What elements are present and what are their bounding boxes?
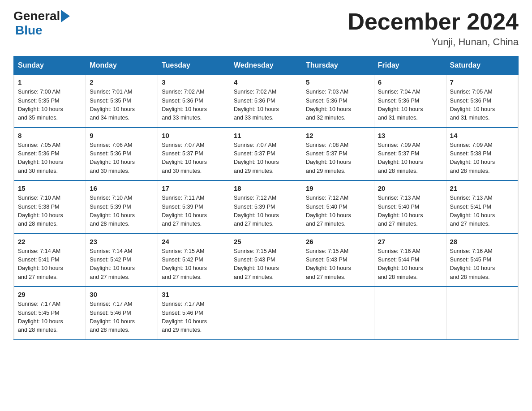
day-info: Sunrise: 7:14 AMSunset: 5:42 PMDaylight:… [90, 248, 135, 280]
title-area: December 2024 Yunji, Hunan, China [348, 9, 519, 48]
column-header-wednesday: Wednesday [230, 56, 302, 74]
calendar-cell: 25 Sunrise: 7:15 AMSunset: 5:43 PMDaylig… [230, 234, 302, 287]
calendar-cell: 27 Sunrise: 7:16 AMSunset: 5:44 PMDaylig… [374, 234, 446, 287]
day-info: Sunrise: 7:11 AMSunset: 5:39 PMDaylight:… [162, 195, 207, 227]
day-number: 14 [450, 132, 514, 139]
logo-general-text: General [13, 9, 60, 23]
day-info: Sunrise: 7:12 AMSunset: 5:40 PMDaylight:… [306, 195, 351, 227]
day-info: Sunrise: 7:17 AMSunset: 5:46 PMDaylight:… [162, 301, 207, 333]
column-header-friday: Friday [374, 56, 446, 74]
day-info: Sunrise: 7:06 AMSunset: 5:36 PMDaylight:… [90, 142, 135, 174]
day-info: Sunrise: 7:09 AMSunset: 5:37 PMDaylight:… [378, 142, 423, 174]
day-number: 11 [234, 132, 298, 139]
day-number: 7 [450, 78, 514, 86]
day-info: Sunrise: 7:09 AMSunset: 5:38 PMDaylight:… [450, 142, 495, 174]
calendar-cell: 29 Sunrise: 7:17 AMSunset: 5:45 PMDaylig… [14, 287, 86, 340]
day-info: Sunrise: 7:05 AMSunset: 5:36 PMDaylight:… [18, 142, 63, 174]
logo-arrow-icon [61, 10, 70, 22]
day-info: Sunrise: 7:16 AMSunset: 5:45 PMDaylight:… [450, 248, 495, 280]
calendar-cell: 14 Sunrise: 7:09 AMSunset: 5:38 PMDaylig… [446, 128, 518, 181]
calendar-cell: 31 Sunrise: 7:17 AMSunset: 5:46 PMDaylig… [158, 287, 230, 340]
day-number: 5 [306, 78, 370, 86]
calendar-cell: 26 Sunrise: 7:15 AMSunset: 5:43 PMDaylig… [302, 234, 374, 287]
calendar-cell: 16 Sunrise: 7:10 AMSunset: 5:39 PMDaylig… [86, 180, 158, 234]
day-number: 20 [378, 184, 442, 192]
calendar-cell: 9 Sunrise: 7:06 AMSunset: 5:36 PMDayligh… [86, 128, 158, 181]
day-info: Sunrise: 7:14 AMSunset: 5:41 PMDaylight:… [18, 248, 63, 280]
day-info: Sunrise: 7:07 AMSunset: 5:37 PMDaylight:… [234, 142, 279, 174]
day-number: 8 [18, 132, 82, 139]
column-header-thursday: Thursday [302, 56, 374, 74]
calendar-cell: 11 Sunrise: 7:07 AMSunset: 5:37 PMDaylig… [230, 128, 302, 181]
day-number: 24 [162, 238, 226, 245]
day-info: Sunrise: 7:02 AMSunset: 5:36 PMDaylight:… [234, 89, 279, 121]
calendar-week-4: 22 Sunrise: 7:14 AMSunset: 5:41 PMDaylig… [14, 234, 518, 287]
day-info: Sunrise: 7:05 AMSunset: 5:36 PMDaylight:… [450, 89, 495, 121]
calendar-cell [302, 287, 374, 340]
day-info: Sunrise: 7:02 AMSunset: 5:36 PMDaylight:… [162, 89, 207, 121]
day-info: Sunrise: 7:10 AMSunset: 5:38 PMDaylight:… [18, 195, 63, 227]
logo: General Blue [13, 9, 71, 38]
day-info: Sunrise: 7:16 AMSunset: 5:44 PMDaylight:… [378, 248, 423, 280]
day-number: 12 [306, 132, 370, 139]
day-info: Sunrise: 7:15 AMSunset: 5:43 PMDaylight:… [234, 248, 279, 280]
day-number: 9 [90, 132, 154, 139]
calendar-cell: 18 Sunrise: 7:12 AMSunset: 5:39 PMDaylig… [230, 180, 302, 234]
day-info: Sunrise: 7:17 AMSunset: 5:45 PMDaylight:… [18, 301, 63, 333]
calendar-cell [446, 287, 518, 340]
calendar-cell: 17 Sunrise: 7:11 AMSunset: 5:39 PMDaylig… [158, 180, 230, 234]
day-number: 18 [234, 184, 298, 192]
day-number: 22 [18, 238, 82, 245]
calendar-header: SundayMondayTuesdayWednesdayThursdayFrid… [14, 56, 518, 74]
day-info: Sunrise: 7:15 AMSunset: 5:42 PMDaylight:… [162, 248, 207, 280]
calendar-cell [230, 287, 302, 340]
calendar-cell: 12 Sunrise: 7:08 AMSunset: 5:37 PMDaylig… [302, 128, 374, 181]
day-number: 4 [234, 78, 298, 86]
day-info: Sunrise: 7:08 AMSunset: 5:37 PMDaylight:… [306, 142, 351, 174]
calendar-week-1: 1 Sunrise: 7:00 AMSunset: 5:35 PMDayligh… [14, 74, 518, 128]
day-number: 27 [378, 238, 442, 245]
calendar-week-5: 29 Sunrise: 7:17 AMSunset: 5:45 PMDaylig… [14, 287, 518, 340]
calendar-cell: 3 Sunrise: 7:02 AMSunset: 5:36 PMDayligh… [158, 74, 230, 128]
day-number: 16 [90, 184, 154, 192]
day-info: Sunrise: 7:07 AMSunset: 5:37 PMDaylight:… [162, 142, 207, 174]
day-number: 1 [18, 78, 82, 86]
day-number: 29 [18, 291, 82, 298]
day-number: 10 [162, 132, 226, 139]
logo-blue-text: Blue [15, 23, 43, 37]
day-number: 23 [90, 238, 154, 245]
day-number: 13 [378, 132, 442, 139]
header-row: SundayMondayTuesdayWednesdayThursdayFrid… [14, 56, 518, 74]
calendar-cell: 20 Sunrise: 7:13 AMSunset: 5:40 PMDaylig… [374, 180, 446, 234]
column-header-monday: Monday [86, 56, 158, 74]
calendar-cell: 22 Sunrise: 7:14 AMSunset: 5:41 PMDaylig… [14, 234, 86, 287]
day-number: 21 [450, 184, 514, 192]
day-info: Sunrise: 7:15 AMSunset: 5:43 PMDaylight:… [306, 248, 351, 280]
calendar-cell: 7 Sunrise: 7:05 AMSunset: 5:36 PMDayligh… [446, 74, 518, 128]
day-info: Sunrise: 7:03 AMSunset: 5:36 PMDaylight:… [306, 89, 351, 121]
calendar-cell: 10 Sunrise: 7:07 AMSunset: 5:37 PMDaylig… [158, 128, 230, 181]
day-info: Sunrise: 7:17 AMSunset: 5:46 PMDaylight:… [90, 301, 135, 333]
calendar-cell [374, 287, 446, 340]
day-number: 30 [90, 291, 154, 298]
calendar-cell: 2 Sunrise: 7:01 AMSunset: 5:35 PMDayligh… [86, 74, 158, 128]
day-info: Sunrise: 7:13 AMSunset: 5:41 PMDaylight:… [450, 195, 495, 227]
day-number: 3 [162, 78, 226, 86]
calendar-cell: 30 Sunrise: 7:17 AMSunset: 5:46 PMDaylig… [86, 287, 158, 340]
calendar-cell: 8 Sunrise: 7:05 AMSunset: 5:36 PMDayligh… [14, 128, 86, 181]
day-number: 2 [90, 78, 154, 86]
calendar-cell: 6 Sunrise: 7:04 AMSunset: 5:36 PMDayligh… [374, 74, 446, 128]
calendar-cell: 15 Sunrise: 7:10 AMSunset: 5:38 PMDaylig… [14, 180, 86, 234]
calendar-table: SundayMondayTuesdayWednesdayThursdayFrid… [13, 56, 519, 340]
day-info: Sunrise: 7:04 AMSunset: 5:36 PMDaylight:… [378, 89, 423, 121]
calendar-cell: 23 Sunrise: 7:14 AMSunset: 5:42 PMDaylig… [86, 234, 158, 287]
day-number: 26 [306, 238, 370, 245]
calendar-week-2: 8 Sunrise: 7:05 AMSunset: 5:36 PMDayligh… [14, 128, 518, 181]
column-header-sunday: Sunday [14, 56, 86, 74]
location-subtitle: Yunji, Hunan, China [348, 36, 519, 48]
calendar-cell: 5 Sunrise: 7:03 AMSunset: 5:36 PMDayligh… [302, 74, 374, 128]
day-number: 15 [18, 184, 82, 192]
calendar-week-3: 15 Sunrise: 7:10 AMSunset: 5:38 PMDaylig… [14, 180, 518, 234]
day-info: Sunrise: 7:10 AMSunset: 5:39 PMDaylight:… [90, 195, 135, 227]
calendar-cell: 19 Sunrise: 7:12 AMSunset: 5:40 PMDaylig… [302, 180, 374, 234]
